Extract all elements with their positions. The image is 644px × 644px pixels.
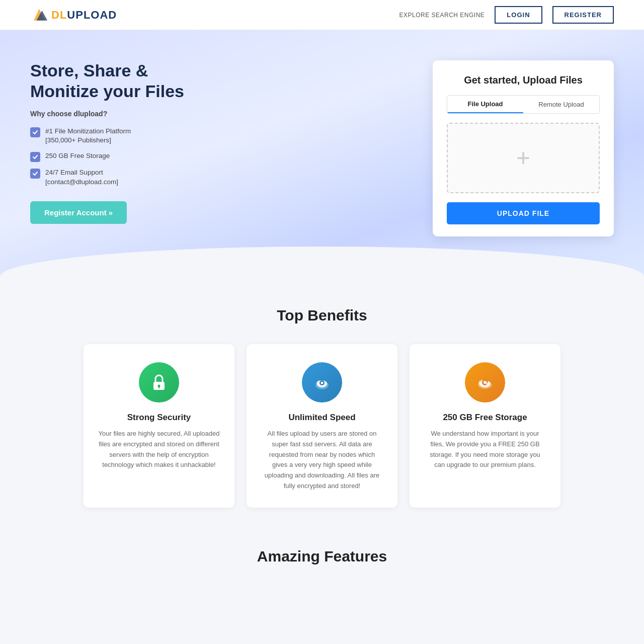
security-icon-circle [139, 362, 179, 403]
feature-text-1: #1 File Monitization Platform[350,000+ P… [45, 127, 131, 146]
speed-icon [311, 372, 333, 393]
storage-icon-circle [465, 362, 505, 403]
feature-item-2: 250 GB Free Storage [30, 151, 184, 162]
logo-icon [30, 6, 48, 24]
tab-remote-upload[interactable]: Remote Upload [523, 96, 599, 113]
cloud-storage-icon [474, 372, 496, 393]
upload-file-button[interactable]: UPLOAD FILE [447, 202, 600, 224]
header: DLUPLOAD EXPLORE SEARCH ENGINE LOGIN REG… [0, 0, 644, 30]
svg-point-3 [158, 385, 160, 387]
svg-point-9 [321, 382, 324, 384]
storage-title: 250 GB Free Storage [443, 413, 527, 423]
logo-text: DLUPLOAD [51, 9, 117, 22]
hero-section: Store, Share &Monitize your Files Why ch… [0, 30, 644, 277]
upload-card-title: Get started, Upload Files [447, 74, 600, 86]
benefit-card-security: Strong Security Your files are highly se… [84, 344, 234, 508]
benefits-grid: Strong Security Your files are highly se… [30, 344, 614, 508]
benefit-card-speed: Unlimited Speed All files upload by user… [247, 344, 397, 508]
feature-text-3: 24/7 Email Support[contact@dlupload.com] [45, 168, 118, 187]
hero-title: Store, Share &Monitize your Files [30, 60, 184, 102]
feature-text-2: 250 GB Free Storage [45, 151, 110, 161]
feature-item-3: 24/7 Email Support[contact@dlupload.com] [30, 168, 184, 187]
register-account-button[interactable]: Register Account » [30, 201, 127, 224]
plus-icon: + [516, 146, 530, 170]
benefits-title: Top Benefits [30, 307, 614, 324]
speed-desc: All files upload by users are stored on … [261, 429, 383, 492]
logo: DLUPLOAD [30, 6, 117, 24]
explore-search-link[interactable]: EXPLORE SEARCH ENGINE [399, 12, 485, 19]
svg-point-15 [486, 382, 490, 385]
upload-tabs: File Upload Remote Upload [447, 95, 600, 114]
benefits-section: Top Benefits Strong Security Your files … [0, 277, 644, 528]
amazing-features-section: Amazing Features [0, 528, 644, 575]
upload-dropzone[interactable]: + [447, 123, 600, 193]
upload-card: Get started, Upload Files File Upload Re… [433, 60, 614, 236]
feature-list: #1 File Monitization Platform[350,000+ P… [30, 127, 184, 188]
check-icon-3 [30, 169, 40, 179]
speed-icon-circle [302, 362, 342, 403]
tab-file-upload[interactable]: File Upload [447, 96, 523, 113]
check-icon-1 [30, 127, 40, 137]
register-button[interactable]: REGISTER [552, 6, 614, 24]
security-title: Strong Security [127, 413, 191, 423]
speed-title: Unlimited Speed [288, 413, 355, 423]
amazing-features-title: Amazing Features [30, 548, 614, 565]
storage-desc: We understand how important is your file… [424, 429, 546, 470]
benefit-card-storage: 250 GB Free Storage We understand how im… [410, 344, 560, 508]
check-icon-2 [30, 152, 40, 162]
lock-icon [148, 372, 170, 393]
hero-left: Store, Share &Monitize your Files Why ch… [30, 60, 184, 224]
security-desc: Your files are highly secured, All uploa… [98, 429, 220, 470]
svg-point-14 [484, 381, 487, 384]
login-button[interactable]: LOGIN [495, 6, 542, 24]
hero-subtitle: Why choose dlupload? [30, 110, 184, 118]
feature-item-1: #1 File Monitization Platform[350,000+ P… [30, 127, 184, 146]
header-right: EXPLORE SEARCH ENGINE LOGIN REGISTER [399, 6, 614, 24]
